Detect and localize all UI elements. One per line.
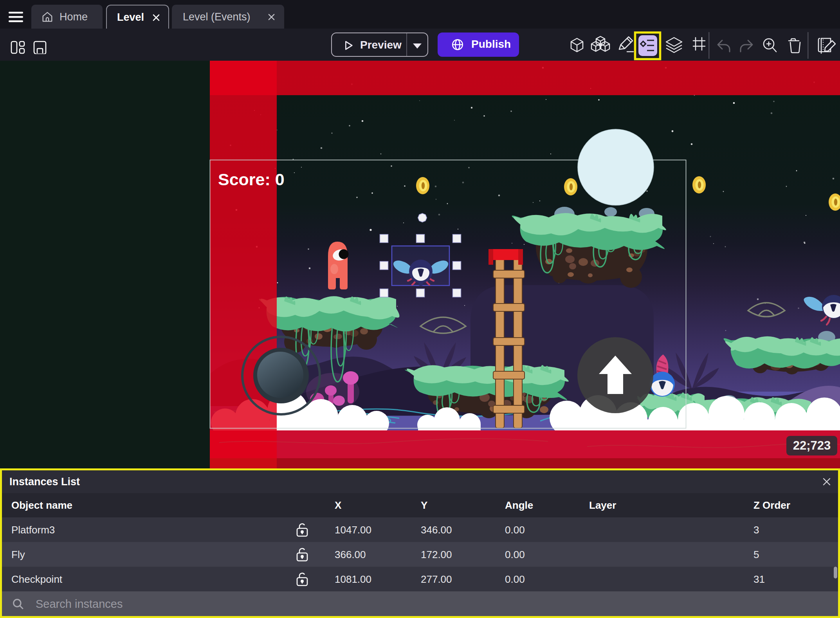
svg-text:22;723: 22;723 (793, 439, 831, 452)
svg-text:Score: 0: Score: 0 (218, 170, 285, 189)
